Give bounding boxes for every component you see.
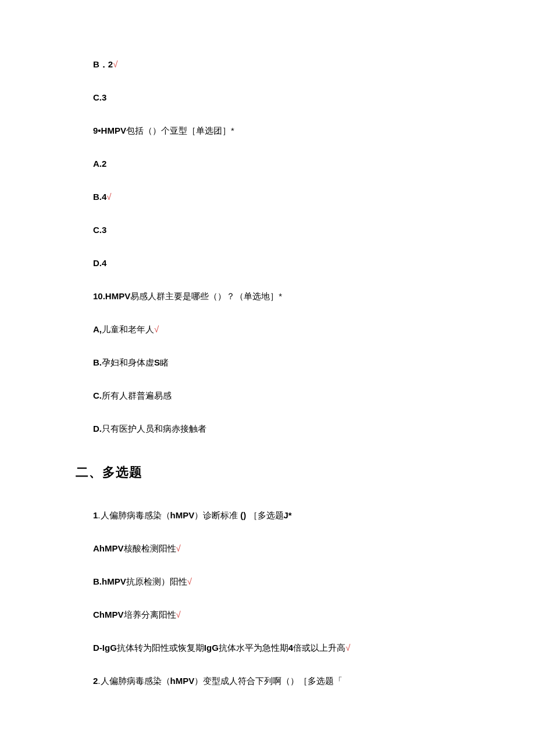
question-body2: ）变型成人符合下列啊（）［多选题「	[194, 676, 343, 686]
question-9: 9•HMPV包括（）个亚型［单选团］*	[93, 124, 454, 137]
correct-mark: √	[176, 610, 181, 619]
question-body2: ）诊断标准	[194, 510, 238, 520]
option-a-children: A,儿童和老年人√	[93, 323, 454, 335]
question-mid: hMPV	[170, 676, 195, 686]
option-body: 2	[108, 59, 113, 69]
option-prefix: C.3	[93, 92, 106, 102]
question-body: .人偏肺病毒感染（	[98, 676, 170, 686]
option-prefix: A,	[93, 324, 102, 334]
option-body-tail: 睹	[160, 357, 169, 367]
option-prefix: D.4	[93, 258, 106, 268]
question-tail: ［多选题	[249, 510, 284, 520]
question-prefix: 10.HMPV	[93, 291, 130, 301]
option-prefix: D.	[93, 424, 102, 433]
option-a-2: A.2	[93, 157, 454, 170]
question-body: .人偏肺病毒感染（	[98, 510, 170, 520]
option-prefix: A.2	[93, 159, 106, 169]
mc-option-c-culture: ChMPV培养分离阳性√	[93, 608, 454, 621]
option-b-pregnant: B.孕妇和身体虚S睹	[93, 356, 454, 368]
question-paren: ()	[240, 510, 246, 520]
option-d-medical: D.只有医护人员和病赤接触者	[93, 422, 454, 435]
mc-option-d-igg: D-IgG抗体转为阳性或恢复期IgG抗体水平为急性期4倍或以上升高√	[93, 642, 454, 654]
option-c-3b: C.3	[93, 224, 454, 236]
question-jstar: J*	[284, 510, 292, 520]
question-prefix: 9•HMPV	[93, 126, 126, 135]
option-body: 儿童和老年人	[102, 324, 154, 334]
mc-question-1: 1.人偏肺病毒感染（hMPV）诊断标准 () ［多选题J*	[93, 509, 454, 521]
question-mid: hMPV	[170, 510, 195, 520]
question-body: 易感人群主要是哪些（）？（单选地］*	[130, 291, 282, 301]
option-body: 核酸检测阳性	[124, 543, 176, 553]
option-b-2: B．2√	[93, 58, 454, 70]
option-prefix: C.	[93, 390, 102, 400]
option-c-all: C.所有人群普遍易感	[93, 389, 454, 402]
mc-option-b-antigen: B.hMPV抗原检测）阳性√	[93, 575, 454, 587]
option-prefix: AhMPV	[93, 543, 124, 553]
option-prefix: B.	[93, 357, 102, 367]
option-body2: 抗体水平为急性期	[219, 643, 288, 653]
option-prefix: B.hMPV	[93, 576, 126, 586]
option-b-4: B.4√	[93, 191, 454, 203]
correct-mark: √	[176, 543, 181, 553]
mc-question-2: 2.人偏肺病毒感染（hMPV）变型成人符合下列啊（）［多选题「	[93, 675, 454, 687]
section-heading-multi: 二、多选题	[76, 464, 454, 481]
question-10: 10.HMPV易感人群主要是哪些（）？（单选地］*	[93, 290, 454, 302]
correct-mark: √	[113, 59, 117, 69]
option-prefix: B.4	[93, 192, 106, 202]
correct-mark: √	[154, 324, 159, 334]
option-body: 所有人群普遍易感	[102, 390, 172, 400]
correct-mark: √	[106, 192, 111, 202]
option-c-3: C.3	[93, 91, 454, 103]
option-body: 抗体转为阳性或恢复期	[117, 643, 204, 653]
option-prefix: B．	[93, 59, 108, 69]
option-tail: 倍或以上升高	[293, 643, 345, 653]
option-suffix: S	[154, 357, 160, 367]
correct-mark: √	[345, 643, 350, 653]
option-prefix: C.3	[93, 225, 106, 235]
correct-mark: √	[187, 576, 192, 586]
option-num: 4	[288, 643, 293, 653]
option-d-4: D.4	[93, 257, 454, 269]
option-body: 抗原检测）阳性	[126, 576, 187, 586]
option-prefix: D-IgG	[93, 643, 117, 653]
mc-option-a-nat: AhMPV核酸检测阳性√	[93, 542, 454, 554]
option-prefix: ChMPV	[93, 610, 124, 619]
question-body: 包括（）个亚型［单选团］*	[126, 126, 234, 135]
option-body: 孕妇和身体虚	[102, 357, 154, 367]
option-body: 培养分离阳性	[124, 610, 176, 619]
option-body: 只有医护人员和病赤接触者	[102, 424, 206, 433]
option-mid: IgG	[204, 643, 219, 653]
